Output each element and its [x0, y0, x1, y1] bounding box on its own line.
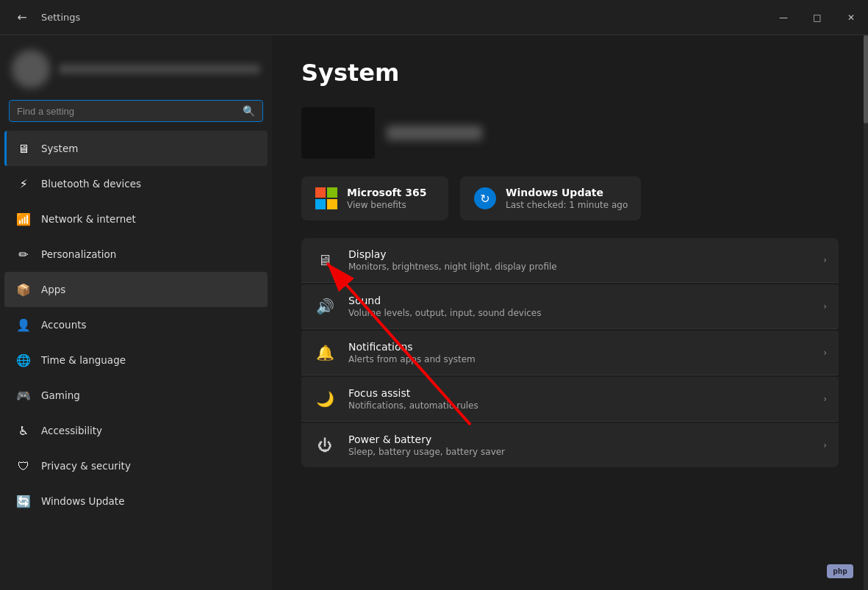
- svg-rect-1: [327, 187, 337, 198]
- display-icon: 🖥: [313, 248, 337, 272]
- personalization-nav-label: Personalization: [41, 248, 116, 260]
- scrollbar-track[interactable]: [864, 35, 868, 590]
- app-layout: 🔍 🖥System⚡Bluetooth & devices📶Network & …: [0, 35, 868, 590]
- network-nav-icon: 📶: [16, 212, 31, 226]
- bluetooth-nav-icon: ⚡: [16, 176, 31, 191]
- svg-rect-2: [315, 199, 326, 209]
- info-cards-row: Microsoft 365 View benefits ↻ Windows Up…: [301, 176, 839, 220]
- windows-update-icon: ↻: [473, 187, 497, 210]
- scrollbar-thumb[interactable]: [864, 35, 868, 123]
- notifications-subtitle: Alerts from apps and system: [348, 354, 811, 364]
- sound-title: Sound: [348, 295, 811, 306]
- display-title: Display: [348, 248, 811, 260]
- accessibility-nav-icon: ♿: [16, 423, 31, 438]
- sidebar-item-windows-update[interactable]: 🔄Windows Update: [4, 483, 268, 519]
- device-name: [387, 126, 482, 140]
- network-nav-label: Network & internet: [41, 213, 136, 225]
- svg-rect-0: [315, 187, 326, 198]
- profile-name-blur: [59, 64, 260, 74]
- settings-item-sound[interactable]: 🔊 Sound Volume levels, output, input, so…: [301, 284, 839, 329]
- accounts-nav-icon: 👤: [16, 317, 31, 332]
- sidebar-item-gaming[interactable]: 🎮Gaming: [4, 378, 268, 413]
- device-card: [301, 107, 482, 159]
- sound-text: Sound Volume levels, output, input, soun…: [348, 295, 811, 318]
- focus-assist-subtitle: Notifications, automatic rules: [348, 400, 811, 411]
- ms365-text: Microsoft 365 View benefits: [347, 187, 426, 210]
- wu-subtitle: Last checked: 1 minute ago: [506, 200, 628, 210]
- device-image: [301, 107, 375, 159]
- notifications-chevron: ›: [823, 348, 827, 358]
- power-battery-title: Power & battery: [348, 433, 811, 445]
- apps-nav-label: Apps: [41, 284, 65, 295]
- nav-list: 🖥System⚡Bluetooth & devices📶Network & in…: [0, 131, 272, 519]
- settings-item-display[interactable]: 🖥 Display Monitors, brightness, night li…: [301, 238, 839, 283]
- focus-assist-icon: 🌙: [313, 387, 337, 411]
- notifications-title: Notifications: [348, 341, 811, 353]
- sound-chevron: ›: [823, 301, 827, 312]
- ms365-title: Microsoft 365: [347, 187, 426, 198]
- search-box[interactable]: 🔍: [9, 100, 263, 122]
- accessibility-nav-label: Accessibility: [41, 425, 102, 436]
- page-title: System: [301, 59, 839, 87]
- sidebar-item-time[interactable]: 🌐Time & language: [4, 342, 268, 378]
- back-button[interactable]: ←: [12, 7, 32, 28]
- personalization-nav-icon: ✏️: [16, 247, 31, 262]
- sidebar-item-apps[interactable]: 📦Apps: [4, 272, 268, 307]
- power-battery-icon: ⏻: [313, 433, 337, 457]
- sidebar-item-personalization[interactable]: ✏️Personalization: [4, 237, 268, 272]
- ms365-icon: [315, 187, 338, 210]
- settings-list: 🖥 Display Monitors, brightness, night li…: [301, 238, 839, 467]
- sidebar-item-system[interactable]: 🖥System: [4, 131, 268, 166]
- privacy-nav-label: Privacy & security: [41, 460, 131, 472]
- wu-icon-circle: ↻: [474, 187, 496, 209]
- top-cards: [301, 107, 839, 159]
- sidebar-item-bluetooth[interactable]: ⚡Bluetooth & devices: [4, 166, 268, 201]
- sidebar-item-privacy[interactable]: 🛡Privacy & security: [4, 448, 268, 483]
- minimize-button[interactable]: —: [767, 0, 800, 35]
- bluetooth-nav-label: Bluetooth & devices: [41, 178, 141, 190]
- ms365-subtitle: View benefits: [347, 200, 426, 210]
- focus-assist-text: Focus assist Notifications, automatic ru…: [348, 387, 811, 411]
- avatar: [12, 50, 50, 88]
- settings-item-focus-assist[interactable]: 🌙 Focus assist Notifications, automatic …: [301, 377, 839, 422]
- sidebar: 🔍 🖥System⚡Bluetooth & devices📶Network & …: [0, 35, 272, 590]
- time-nav-label: Time & language: [41, 354, 126, 366]
- window-controls: — □ ✕: [767, 0, 868, 35]
- power-battery-chevron: ›: [823, 440, 827, 450]
- time-nav-icon: 🌐: [16, 353, 31, 367]
- system-nav-label: System: [41, 143, 78, 154]
- settings-item-notifications[interactable]: 🔔 Notifications Alerts from apps and sys…: [301, 331, 839, 375]
- display-chevron: ›: [823, 255, 827, 265]
- search-container: 🔍: [0, 100, 272, 131]
- accounts-nav-label: Accounts: [41, 319, 87, 331]
- privacy-nav-icon: 🛡: [16, 458, 31, 473]
- windows-update-card[interactable]: ↻ Windows Update Last checked: 1 minute …: [460, 176, 641, 220]
- wu-title: Windows Update: [506, 187, 628, 198]
- ms365-card[interactable]: Microsoft 365 View benefits: [301, 176, 448, 220]
- gaming-nav-label: Gaming: [41, 389, 80, 401]
- focus-assist-chevron: ›: [823, 394, 827, 404]
- display-text: Display Monitors, brightness, night ligh…: [348, 248, 811, 272]
- sound-subtitle: Volume levels, output, input, sound devi…: [348, 308, 811, 318]
- close-button[interactable]: ✕: [834, 0, 868, 35]
- svg-rect-3: [327, 199, 337, 209]
- main-content: System Microsoft: [272, 35, 868, 590]
- sidebar-item-network[interactable]: 📶Network & internet: [4, 201, 268, 237]
- windows-update-nav-icon: 🔄: [16, 494, 31, 508]
- search-input[interactable]: [17, 106, 237, 117]
- settings-item-power-battery[interactable]: ⏻ Power & battery Sleep, battery usage, …: [301, 423, 839, 467]
- apps-nav-icon: 📦: [16, 282, 31, 297]
- titlebar: ← Settings — □ ✕: [0, 0, 868, 35]
- php-badge: php: [827, 564, 853, 578]
- sidebar-item-accessibility[interactable]: ♿Accessibility: [4, 413, 268, 448]
- system-nav-icon: 🖥: [16, 141, 31, 156]
- sound-icon: 🔊: [313, 295, 337, 318]
- notifications-text: Notifications Alerts from apps and syste…: [348, 341, 811, 364]
- windows-update-nav-label: Windows Update: [41, 495, 124, 507]
- search-icon: 🔍: [243, 105, 255, 117]
- power-battery-text: Power & battery Sleep, battery usage, ba…: [348, 433, 811, 457]
- maximize-button[interactable]: □: [800, 0, 834, 35]
- focus-assist-title: Focus assist: [348, 387, 811, 399]
- sidebar-item-accounts[interactable]: 👤Accounts: [4, 307, 268, 342]
- wu-text: Windows Update Last checked: 1 minute ag…: [506, 187, 628, 210]
